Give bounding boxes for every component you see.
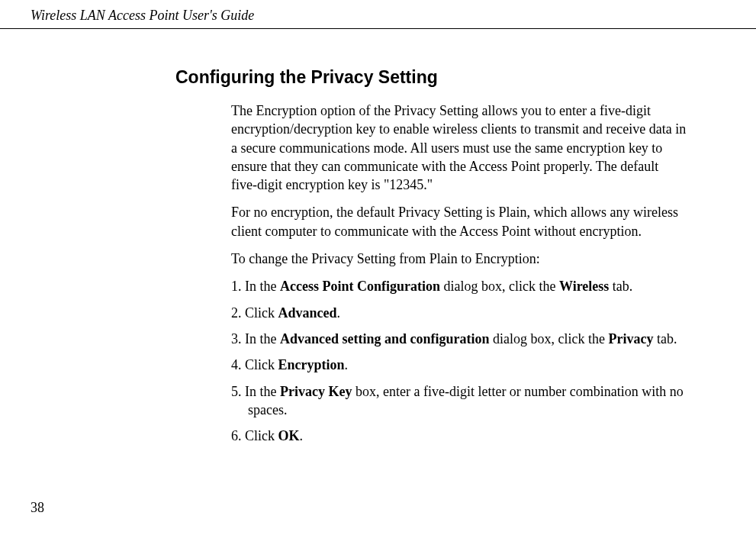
step-2-prefix: 2. Click: [231, 305, 278, 321]
step-6: 6. Click OK.: [231, 427, 687, 445]
step-4-prefix: 4. Click: [231, 357, 278, 372]
page-number: 38: [31, 500, 44, 516]
main-content: Configuring the Privacy Setting The Encr…: [0, 29, 756, 445]
body-text-container: The Encryption option of the Privacy Set…: [175, 102, 687, 445]
step-3-bold-2: Privacy: [608, 331, 653, 346]
step-2-suffix: .: [337, 305, 341, 321]
step-2: 2. Click Advanced.: [231, 304, 687, 322]
step-4-suffix: .: [345, 357, 349, 372]
paragraph-1: The Encryption option of the Privacy Set…: [231, 102, 687, 194]
step-1-bold-2: Wireless: [559, 279, 609, 294]
paragraph-3: To change the Privacy Setting from Plain…: [231, 250, 687, 268]
step-4-bold-1: Encryption: [278, 357, 345, 372]
step-1-prefix: 1. In the: [231, 279, 280, 294]
step-1-suffix: tab.: [609, 279, 632, 294]
paragraph-2: For no encryption, the default Privacy S…: [231, 203, 687, 240]
header-title: Wireless LAN Access Point User's Guide: [31, 8, 254, 23]
step-3-bold-1: Advanced setting and configuration: [280, 331, 490, 346]
step-1-mid: dialog box, click the: [440, 279, 559, 294]
step-1: 1. In the Access Point Configuration dia…: [231, 277, 687, 295]
step-3-mid: dialog box, click the: [490, 331, 609, 346]
step-2-bold-1: Advanced: [278, 305, 337, 321]
step-6-bold-1: OK: [278, 428, 300, 443]
step-5: 5. In the Privacy Key box, enter a five-…: [231, 382, 687, 420]
step-1-bold-1: Access Point Configuration: [280, 279, 440, 294]
step-3: 3. In the Advanced setting and configura…: [231, 330, 687, 348]
step-6-suffix: .: [300, 428, 304, 443]
step-6-prefix: 6. Click: [231, 428, 278, 443]
step-5-bold-1: Privacy Key: [280, 384, 352, 399]
section-heading: Configuring the Privacy Setting: [175, 67, 687, 88]
step-3-prefix: 3. In the: [231, 331, 280, 346]
step-3-suffix: tab.: [653, 331, 677, 346]
step-5-prefix: 5. In the: [231, 384, 280, 399]
step-4: 4. Click Encryption.: [231, 356, 687, 374]
page-header: Wireless LAN Access Point User's Guide: [0, 0, 756, 29]
